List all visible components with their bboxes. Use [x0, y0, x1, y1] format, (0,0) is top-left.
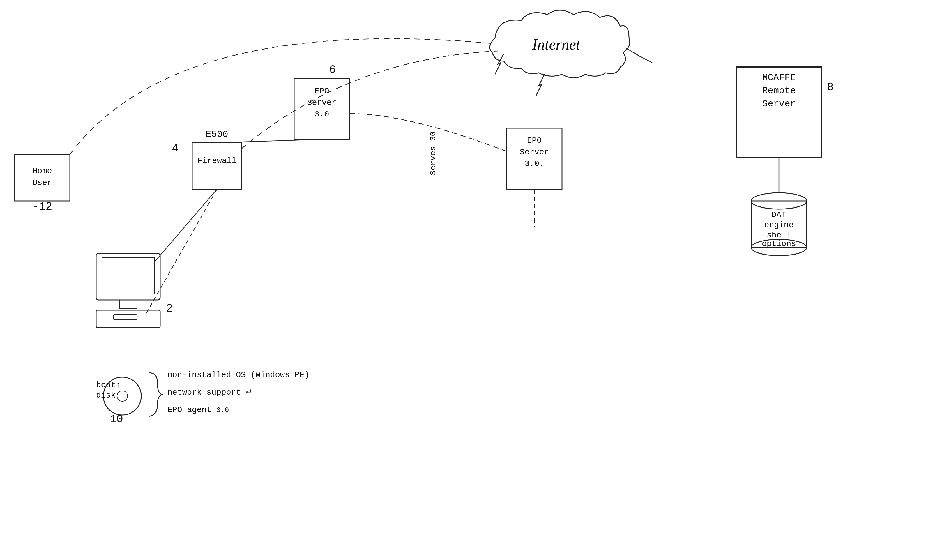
boot-disk: boot↑ disk 10 [96, 377, 141, 425]
epo-server-right-label2: Server [520, 148, 549, 157]
network-annotation: network support ↵ [168, 388, 253, 397]
serves-30-label: Serves 30 [429, 131, 438, 175]
epo-server-left-label3: 3.0 [315, 110, 329, 119]
mcaffe-server-label: Server [762, 98, 796, 109]
dat-database: DAT engine shell options [751, 193, 806, 256]
firewall-number: 4 [172, 142, 179, 154]
epo-server-right: EPO Server 3.0. [507, 128, 562, 189]
os-annotation: non-installed OS (Windows PE) [168, 371, 309, 380]
firewall: Firewall E500 4 [172, 129, 242, 189]
epo-server-left-number: 6 [329, 64, 336, 76]
internet-cloud: Internet [490, 10, 630, 78]
dat-label4: options [762, 239, 796, 248]
svg-line-15 [217, 140, 307, 143]
computer-number: 2 [166, 302, 172, 315]
epo-server-left: EPO Server 3.0 6 [294, 64, 350, 140]
disk-number: 10 [110, 413, 123, 425]
svg-rect-7 [15, 154, 70, 201]
home-user-number: -12 [32, 200, 52, 213]
epo-agent-annotation: EPO agent 3.0 [168, 406, 229, 415]
home-user: Home User -12 [15, 154, 70, 213]
mcaffe-remote-label: Remote [762, 85, 796, 96]
firewall-label: Firewall [197, 156, 236, 165]
mcaffe-remote-server: MCAFFE Remote Server 8 [737, 67, 834, 157]
svg-line-18 [145, 189, 217, 315]
epo-server-right-label1: EPO [527, 136, 542, 145]
firewall-e500-label: E500 [206, 129, 228, 140]
curly-brace [148, 373, 163, 416]
home-label2: User [32, 178, 52, 187]
svg-rect-8 [96, 253, 160, 300]
mcaffe-label: MCAFFE [762, 72, 796, 83]
home-label1: Home [32, 166, 52, 176]
epo-server-left-label1: EPO [315, 86, 329, 95]
internet-label: Internet [532, 36, 581, 53]
svg-line-17 [154, 189, 217, 262]
svg-rect-9 [102, 258, 154, 294]
epo-server-left-label2: Server [307, 98, 337, 107]
boot-label: boot↑ [96, 381, 121, 390]
svg-rect-12 [113, 315, 137, 320]
svg-rect-11 [96, 310, 160, 328]
mcaffe-number: 8 [827, 81, 834, 94]
epo-server-right-label3: 3.0. [524, 159, 544, 168]
disk-label: disk [96, 391, 116, 400]
dat-label2: engine [764, 221, 794, 230]
svg-point-14 [117, 391, 127, 401]
svg-rect-6 [192, 143, 242, 189]
dat-label1: DAT [772, 210, 786, 219]
svg-rect-10 [120, 300, 137, 309]
dat-label3: shell [767, 231, 791, 240]
computer: 2 [96, 253, 172, 328]
diagram-canvas: Internet EPO Server 3.0 6 EPO Server 3.0… [0, 0, 926, 560]
